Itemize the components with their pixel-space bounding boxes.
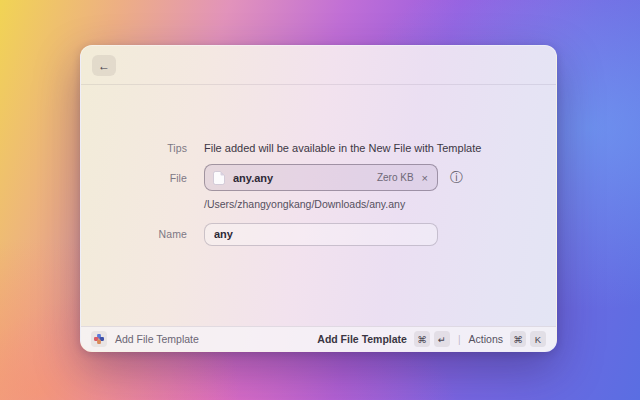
back-button[interactable]: ←: [92, 55, 116, 76]
header-divider: [81, 84, 556, 85]
actions-button[interactable]: Actions: [469, 333, 503, 345]
document-icon: [213, 171, 225, 185]
tips-text: File added will be available in the New …: [204, 142, 481, 154]
file-chip-size: Zero KB: [377, 172, 414, 183]
file-templates-extension-icon: [94, 334, 104, 344]
back-arrow-icon: ←: [98, 59, 110, 73]
tips-row: Tips File added will be available in the…: [81, 140, 556, 156]
name-row: Name: [81, 222, 556, 246]
file-chip-name: any.any: [233, 172, 377, 184]
footer-separator: |: [458, 334, 461, 345]
file-row: File any.any Zero KB × ⓘ: [81, 164, 556, 191]
cmd-key-icon: ⌘: [510, 331, 526, 347]
file-path-row: /Users/zhangyongkang/Downloads/any.any: [81, 197, 556, 211]
footer-command-title: Add File Template: [115, 333, 199, 345]
remove-file-icon[interactable]: ×: [422, 172, 428, 184]
tips-label: Tips: [81, 142, 187, 154]
cmd-key-icon: ⌘: [414, 331, 430, 347]
name-input[interactable]: [204, 223, 438, 246]
enter-key-icon: ↵: [434, 331, 450, 347]
info-icon[interactable]: ⓘ: [450, 171, 463, 184]
desktop-background: ← Tips File added will be available in t…: [0, 0, 640, 400]
add-file-template-window: ← Tips File added will be available in t…: [80, 45, 557, 352]
file-label: File: [81, 172, 187, 184]
window-header: ←: [81, 46, 556, 84]
extension-icon: [91, 331, 107, 347]
footer-action-bar: Add File Template Add File Template ⌘ ↵ …: [81, 326, 556, 351]
k-key-icon: K: [530, 331, 546, 347]
primary-action-button[interactable]: Add File Template: [317, 333, 407, 345]
name-label: Name: [81, 228, 187, 240]
file-chip[interactable]: any.any Zero KB ×: [204, 164, 438, 191]
file-path-text: /Users/zhangyongkang/Downloads/any.any: [204, 198, 405, 210]
